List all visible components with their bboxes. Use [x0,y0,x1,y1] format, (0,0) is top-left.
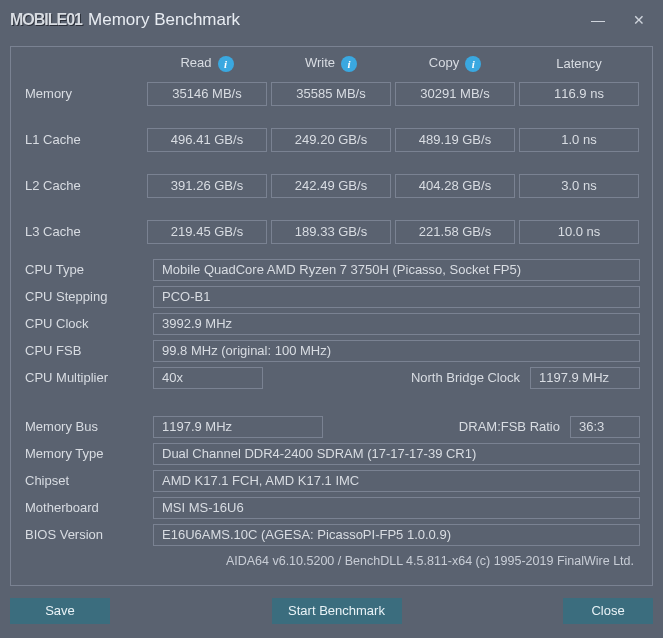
value-box[interactable]: 30291 MB/s [395,82,515,106]
memory-type: Dual Channel DDR4-2400 SDRAM (17-17-17-3… [153,443,640,465]
value-box[interactable]: 116.9 ns [519,82,639,106]
info-icon[interactable]: i [341,56,357,72]
start-benchmark-button[interactable]: Start Benchmark [272,598,402,624]
minimize-icon[interactable]: — [591,12,605,28]
label: CPU FSB [23,343,153,358]
row-label: L3 Cache [23,224,143,239]
cpu-type: Mobile QuadCore AMD Ryzen 7 3750H (Picas… [153,259,640,281]
value-box[interactable]: 35146 MB/s [147,82,267,106]
row-l2: L2 Cache 391.26 GB/s 242.49 GB/s 404.28 … [23,174,640,198]
memory-info: Memory Bus 1197.9 MHz DRAM:FSB Ratio 36:… [23,415,640,547]
info-icon[interactable]: i [465,56,481,72]
row-label: L1 Cache [23,132,143,147]
memory-bus: 1197.9 MHz [153,416,323,438]
value-box[interactable]: 3.0 ns [519,174,639,198]
value-box[interactable]: 249.20 GB/s [271,128,391,152]
north-bridge-clock: 1197.9 MHz [530,367,640,389]
label: CPU Type [23,262,153,277]
label: Chipset [23,473,153,488]
cpu-multiplier: 40x [153,367,263,389]
logo-watermark: MOBILE01 [10,11,82,29]
label: BIOS Version [23,527,153,542]
button-row: Save Start Benchmark Close [0,586,663,636]
value-box[interactable]: 242.49 GB/s [271,174,391,198]
cpu-info: CPU TypeMobile QuadCore AMD Ryzen 7 3750… [23,258,640,390]
titlebar: MOBILE01 Memory Benchmark — ✕ [0,0,663,40]
value-box[interactable]: 391.26 GB/s [147,174,267,198]
row-l3: L3 Cache 219.45 GB/s 189.33 GB/s 221.58 … [23,220,640,244]
value-box[interactable]: 489.19 GB/s [395,128,515,152]
value-box[interactable]: 189.33 GB/s [271,220,391,244]
close-icon[interactable]: ✕ [633,12,645,28]
save-button[interactable]: Save [10,598,110,624]
col-write: Writei [271,55,391,72]
label: CPU Stepping [23,289,153,304]
motherboard: MSI MS-16U6 [153,497,640,519]
value-box[interactable]: 1.0 ns [519,128,639,152]
label: DRAM:FSB Ratio [323,419,570,434]
value-box[interactable]: 10.0 ns [519,220,639,244]
value-box[interactable]: 404.28 GB/s [395,174,515,198]
label: Memory Type [23,446,153,461]
chipset: AMD K17.1 FCH, AMD K17.1 IMC [153,470,640,492]
window-title: Memory Benchmark [88,10,240,30]
label: North Bridge Clock [263,370,530,385]
info-icon[interactable]: i [218,56,234,72]
footer-text: AIDA64 v6.10.5200 / BenchDLL 4.5.811-x64… [23,550,640,568]
row-label: Memory [23,86,143,101]
value-box[interactable]: 35585 MB/s [271,82,391,106]
close-button[interactable]: Close [563,598,653,624]
column-headers: Readi Writei Copyi Latency [23,55,640,72]
value-box[interactable]: 496.41 GB/s [147,128,267,152]
label: CPU Multiplier [23,370,153,385]
label: CPU Clock [23,316,153,331]
value-box[interactable]: 219.45 GB/s [147,220,267,244]
value-box[interactable]: 221.58 GB/s [395,220,515,244]
cpu-clock: 3992.9 MHz [153,313,640,335]
col-read: Readi [147,55,267,72]
row-l1: L1 Cache 496.41 GB/s 249.20 GB/s 489.19 … [23,128,640,152]
row-label: L2 Cache [23,178,143,193]
row-memory: Memory 35146 MB/s 35585 MB/s 30291 MB/s … [23,82,640,106]
main-panel: Readi Writei Copyi Latency Memory 35146 … [10,46,653,586]
dram-fsb-ratio: 36:3 [570,416,640,438]
cpu-fsb: 99.8 MHz (original: 100 MHz) [153,340,640,362]
label: Memory Bus [23,419,153,434]
cpu-stepping: PCO-B1 [153,286,640,308]
col-latency: Latency [519,56,639,71]
col-copy: Copyi [395,55,515,72]
bios-version: E16U6AMS.10C (AGESA: PicassoPI-FP5 1.0.0… [153,524,640,546]
label: Motherboard [23,500,153,515]
